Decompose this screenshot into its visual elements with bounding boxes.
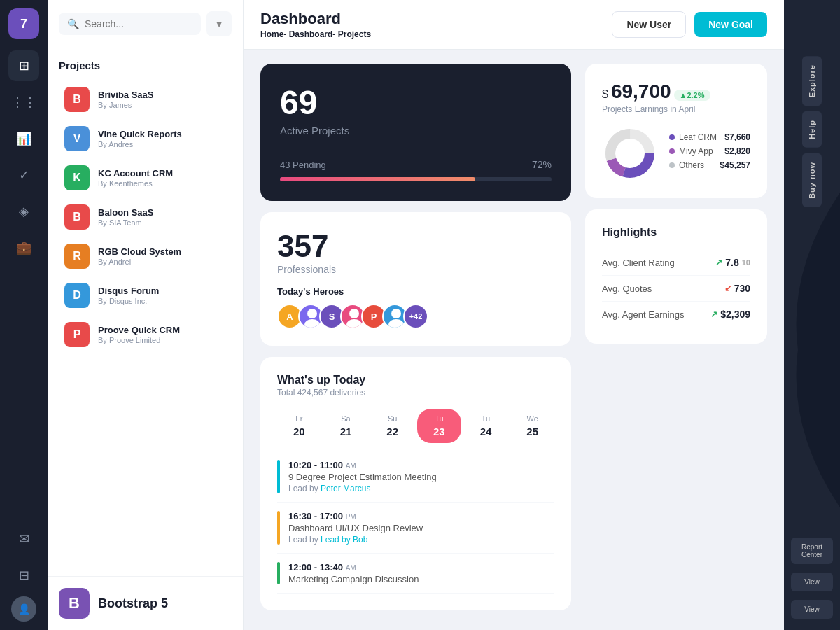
view-button-2[interactable]: View — [791, 600, 833, 619]
calendar-day[interactable]: We 25 — [510, 409, 554, 443]
active-projects-number: 69 — [280, 83, 552, 122]
nav-layers-icon[interactable]: ◈ — [8, 196, 39, 227]
event-bar — [277, 562, 280, 584]
project-icon: B — [64, 204, 90, 230]
event-lead-link[interactable]: Lead by Bob — [321, 535, 368, 545]
explore-tab[interactable]: Explore — [802, 56, 822, 106]
whatsup-title: What's up Today — [277, 374, 554, 386]
whatsup-card: What's up Today Total 424,567 deliveries… — [260, 357, 571, 610]
calendar-day[interactable]: Sa 21 — [324, 409, 368, 443]
event-item: 12:00 - 13:40 AM Marketing Campaign Disc… — [277, 554, 554, 594]
highlight-row: Avg. Agent Earnings ↗ $2,309 — [602, 302, 750, 327]
earnings-badge: ▲2.2% — [674, 90, 710, 101]
professionals-label: Professionals — [277, 264, 554, 275]
calendar-day[interactable]: Tu 24 — [464, 409, 508, 443]
whatsup-sub: Total 424,567 deliveries — [277, 388, 554, 398]
projects-title: Projects — [59, 59, 232, 71]
progress-bar-fill — [280, 177, 475, 181]
event-item: 16:30 - 17:00 PM Dashboard UI/UX Design … — [277, 503, 554, 554]
nav-grid-icon[interactable]: ⋮⋮ — [8, 87, 39, 118]
svg-point-2 — [349, 309, 359, 318]
left-navigation: 7 ⊞ ⋮⋮ 📊 ✓ ◈ 💼 ✉ ⊟ 👤 — [0, 0, 48, 630]
right-panel: Explore Help Buy now Report Center View … — [784, 0, 840, 630]
sidebar: 🔍 ▼ Projects B Briviba SaaS By James V V… — [48, 0, 244, 630]
svg-point-4 — [391, 309, 401, 318]
project-icon: R — [64, 244, 90, 269]
list-item[interactable]: D Disqus Forum By Disqus Inc. — [59, 276, 232, 315]
nav-dashboard-icon[interactable]: ⊞ — [8, 50, 39, 81]
breadcrumb: Home- Dashboard- Projects — [260, 29, 371, 39]
search-icon: 🔍 — [67, 18, 79, 29]
calendar-day-active[interactable]: Tu 23 — [417, 409, 461, 443]
list-item[interactable]: B Baloon SaaS By SIA Team — [59, 197, 232, 237]
calendar-row: Fr 20 Sa 21 Su 22 Tu 23 — [277, 409, 554, 443]
filter-button[interactable]: ▼ — [206, 11, 232, 36]
bootstrap-card: B Bootstrap 5 — [48, 576, 243, 630]
user-avatar-number[interactable]: 7 — [8, 8, 39, 39]
earnings-sub: Projects Earnings in April — [602, 104, 750, 114]
search-input[interactable] — [85, 18, 192, 29]
earnings-legend: Leaf CRM $7,660 Mivy App $2,820 — [669, 132, 750, 174]
project-icon: B — [64, 87, 90, 112]
project-icon: V — [64, 126, 90, 151]
list-item[interactable]: B Briviba SaaS By James — [59, 80, 232, 119]
new-user-button[interactable]: New User — [612, 11, 686, 38]
event-bar — [277, 460, 280, 493]
event-lead-link[interactable]: Peter Marcus — [321, 484, 370, 493]
page-header: Dashboard Home- Dashboard- Projects New … — [244, 0, 784, 50]
event-bar — [277, 511, 280, 545]
page-title: Dashboard — [260, 10, 371, 28]
view-button[interactable]: View — [791, 573, 833, 592]
highlight-row: Avg. Quotes ↙ 730 — [602, 276, 750, 302]
svg-point-5 — [388, 319, 404, 329]
buy-now-tab[interactable]: Buy now — [802, 153, 822, 207]
svg-point-0 — [307, 309, 317, 318]
projects-list: Projects B Briviba SaaS By James V Vine … — [48, 48, 243, 365]
highlight-row: Avg. Client Rating ↗ 7.8 10 — [602, 250, 750, 276]
calendar-day[interactable]: Su 22 — [370, 409, 414, 443]
list-item[interactable]: V Vine Quick Reports By Andres — [59, 119, 232, 158]
nav-message-icon[interactable]: ✉ — [8, 524, 39, 554]
professionals-card: 357 Professionals Today's Heroes A S P — [260, 212, 571, 346]
project-icon: D — [64, 283, 90, 308]
svg-point-1 — [304, 319, 320, 329]
heroes-section: Today's Heroes A S P — [277, 286, 554, 329]
pending-percent: 72% — [532, 159, 552, 170]
nav-chart-icon[interactable]: 📊 — [8, 123, 39, 154]
bootstrap-icon: B — [59, 588, 90, 619]
search-box[interactable]: 🔍 — [59, 13, 201, 35]
nav-briefcase-icon[interactable]: 💼 — [8, 232, 39, 263]
report-center-button[interactable]: Report Center — [791, 538, 833, 564]
sidebar-search-area: 🔍 ▼ — [48, 0, 243, 48]
active-projects-label: Active Projects — [280, 125, 552, 136]
right-column: $ 69,700 ▲2.2% Projects Earnings in Apri… — [585, 64, 767, 616]
highlights-title: Highlights — [602, 226, 750, 239]
new-goal-button[interactable]: New Goal — [694, 12, 767, 37]
donut-chart — [602, 125, 658, 181]
nav-check-icon[interactable]: ✓ — [8, 160, 39, 190]
heroes-label: Today's Heroes — [277, 286, 554, 297]
nav-grid2-icon[interactable]: ⊟ — [8, 560, 39, 591]
project-icon: K — [64, 165, 90, 190]
progress-bar — [280, 177, 552, 181]
list-item[interactable]: R RGB Cloud System By Andrei — [59, 237, 232, 276]
professionals-number: 357 — [277, 229, 554, 264]
nav-user-avatar[interactable]: 👤 — [11, 596, 36, 622]
left-column: 69 Active Projects 43 Pending 72% 357 Pr… — [260, 64, 571, 616]
heroes-avatars: A S P +42 — [277, 304, 554, 329]
help-tab[interactable]: Help — [802, 111, 822, 148]
active-projects-card: 69 Active Projects 43 Pending 72% — [260, 64, 571, 201]
project-icon: P — [64, 322, 90, 347]
hero-more-count: +42 — [403, 304, 428, 329]
svg-point-3 — [346, 319, 362, 329]
earnings-card: $ 69,700 ▲2.2% Projects Earnings in Apri… — [585, 64, 767, 198]
list-item[interactable]: P Proove Quick CRM By Proove Limited — [59, 315, 232, 354]
main-content: Dashboard Home- Dashboard- Projects New … — [244, 0, 784, 630]
list-item[interactable]: K KC Account CRM By Keenthemes — [59, 158, 232, 197]
highlights-card: Highlights Avg. Client Rating ↗ 7.8 10 A… — [585, 209, 767, 344]
event-item: 10:20 - 11:00 AM 9 Degree Project Estima… — [277, 451, 554, 503]
calendar-day[interactable]: Fr 20 — [277, 409, 321, 443]
pending-count: 43 Pending — [280, 160, 326, 170]
dashboard-content: 69 Active Projects 43 Pending 72% 357 Pr… — [244, 50, 784, 630]
